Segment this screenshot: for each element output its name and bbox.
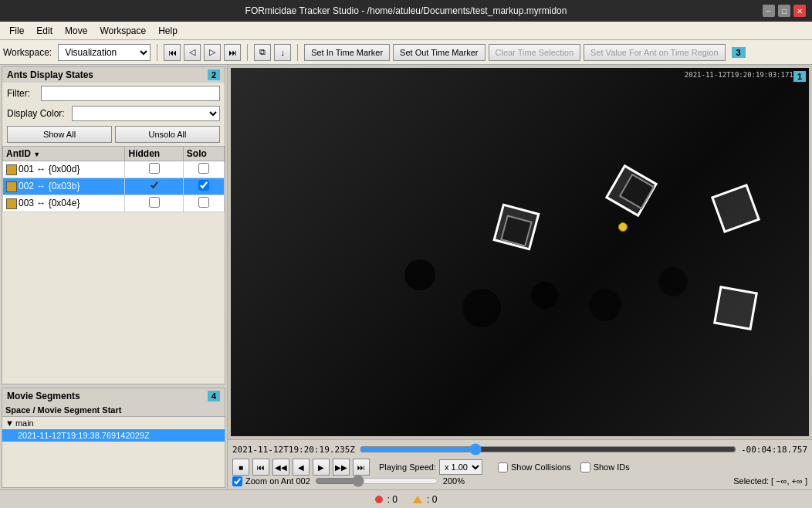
- rewind-button[interactable]: ◀◀: [272, 459, 289, 476]
- ant-hidden-checkbox[interactable]: [149, 197, 160, 208]
- toolbar: Workspace: Visualization Identification …: [0, 40, 812, 65]
- collapse-icon: ▼: [5, 418, 14, 428]
- ant-body-1: [404, 259, 435, 290]
- ant-id-cell: 001 ↔ {0x00d}: [3, 161, 125, 178]
- filter-row: Filter:: [2, 83, 225, 104]
- time-start-label: 2021-11-12T19:20:19.235Z: [232, 445, 355, 455]
- zoom-label-text: Zoom on Ant 002: [245, 476, 310, 486]
- ant-hidden-checkbox[interactable]: [149, 163, 160, 174]
- error-count: : 0: [387, 494, 398, 505]
- minimize-button[interactable]: −: [763, 5, 775, 17]
- error-circle-icon: [375, 496, 383, 503]
- copy-button[interactable]: ⧉: [254, 44, 271, 61]
- segment-main-label: main: [15, 418, 34, 428]
- show-collisions-label: Show Collisions: [498, 462, 571, 472]
- table-row[interactable]: 001 ↔ {0x00d}: [3, 161, 225, 178]
- movie-panel-header: Movie Segments 4: [2, 388, 225, 404]
- hidden-col-header[interactable]: Hidden: [125, 147, 183, 161]
- toolbar-separator-3: [297, 44, 298, 61]
- zoom-check-label: Zoom on Ant 002: [232, 476, 310, 486]
- panel3-badge: 3: [732, 47, 746, 58]
- ants-panel: Ants Display States 2 Filter: Display Co…: [2, 66, 225, 384]
- unsolo-all-button[interactable]: Unsolo All: [115, 126, 220, 143]
- segment-col-header: Space / Movie Segment Start: [2, 404, 225, 417]
- warning-count: : 0: [427, 494, 437, 505]
- ant-solo-cell: [183, 195, 224, 212]
- playback-row: ■ ⏮ ◀◀ ◀ ▶ ▶▶ ⏭ Playing Speed: x 0.25 x …: [232, 459, 807, 476]
- left-panel: Ants Display States 2 Filter: Display Co…: [0, 65, 228, 489]
- segment-tree: ▼ main 2021-11-12T19:19:38.769142029Z: [2, 417, 225, 442]
- ant-002-marker: [618, 222, 628, 232]
- menu-edit[interactable]: Edit: [30, 24, 59, 38]
- segment-main-row[interactable]: ▼ main: [2, 417, 225, 429]
- ant-hidden-cell: [125, 178, 183, 195]
- ant-solo-checkbox[interactable]: [198, 197, 209, 208]
- time-slider[interactable]: [360, 443, 736, 456]
- nav-prev-button[interactable]: ◁: [184, 44, 201, 61]
- segment-child-row[interactable]: 2021-11-12T19:19:38.769142029Z: [2, 429, 225, 442]
- nav-last-button[interactable]: ⏭: [224, 44, 241, 61]
- nav-first-button[interactable]: ⏮: [164, 44, 181, 61]
- solo-col-header[interactable]: Solo: [183, 147, 224, 161]
- show-collisions-checkbox[interactable]: [498, 462, 508, 472]
- table-row[interactable]: 002 ↔ {0x03b}: [3, 178, 225, 195]
- window-controls: − □ ✕: [763, 5, 806, 17]
- show-ids-checkbox[interactable]: [580, 462, 590, 472]
- menu-workspace[interactable]: Workspace: [93, 24, 152, 38]
- stop-button[interactable]: ■: [232, 459, 249, 476]
- ant-solo-cell: [183, 178, 224, 195]
- clear-time-button[interactable]: Clear Time Selection: [489, 44, 581, 61]
- aruco-tag-3: [711, 184, 760, 233]
- show-collisions-text: Show Collisions: [511, 462, 571, 472]
- maximize-button[interactable]: □: [778, 5, 790, 17]
- show-unsolo-row: Show All Unsolo All: [2, 124, 225, 146]
- zoom-slider[interactable]: [315, 476, 438, 486]
- sort-arrow-icon: ▼: [33, 151, 40, 158]
- ant-solo-checkbox[interactable]: [198, 163, 209, 174]
- movie-panel-badge: 4: [208, 391, 220, 401]
- menu-file[interactable]: File: [3, 24, 30, 38]
- show-all-button[interactable]: Show All: [7, 126, 112, 143]
- ant-solo-checkbox[interactable]: [198, 180, 209, 191]
- ant-hidden-cell: [125, 195, 183, 212]
- menu-bar: File Edit Move Workspace Help: [0, 22, 812, 40]
- fast-forward-button[interactable]: ▶▶: [333, 459, 350, 476]
- step-back-button[interactable]: ◀: [293, 459, 310, 476]
- ants-panel-title: Ants Display States: [7, 69, 93, 80]
- skip-forward-button[interactable]: ⏭: [353, 459, 370, 476]
- set-out-button[interactable]: Set Out Time Marker: [393, 44, 485, 61]
- right-panel: 2021-11-12T19:20:19:03:171302 1: [228, 65, 812, 489]
- ants-panel-header: Ants Display States 2: [2, 67, 225, 83]
- ant-body-4: [589, 289, 621, 321]
- antid-col-header[interactable]: AntID ▼: [3, 147, 125, 161]
- set-in-button[interactable]: Set In Time Marker: [304, 44, 390, 61]
- table-row[interactable]: 003 ↔ {0x04e}: [3, 195, 225, 212]
- play-button[interactable]: ▶: [313, 459, 330, 476]
- ant-id-cell: 002 ↔ {0x03b}: [3, 178, 125, 195]
- segment-child-label: 2021-11-12T19:19:38.769142029Z: [18, 431, 150, 440]
- aruco-tag-4: [713, 286, 758, 330]
- nav-next-button[interactable]: ▷: [204, 44, 221, 61]
- video-panel-badge: 1: [793, 71, 806, 82]
- menu-help[interactable]: Help: [152, 24, 184, 38]
- close-button[interactable]: ✕: [793, 5, 806, 17]
- display-color-select[interactable]: [72, 106, 220, 121]
- video-timestamp: 2021-11-12T19:20:19:03:171302: [685, 71, 806, 79]
- speed-select[interactable]: x 0.25 x 0.50 x 1.00 x 2.00 x 4.00: [439, 459, 482, 475]
- zoom-checkbox[interactable]: [232, 476, 242, 486]
- segment-col-label: Space / Movie Segment Start: [2, 404, 124, 416]
- title-bar: FORmicidae Tracker Studio - /home/atuleu…: [0, 0, 812, 22]
- ant-color-swatch: [6, 164, 17, 175]
- main-layout: Ants Display States 2 Filter: Display Co…: [0, 65, 812, 489]
- workspace-select[interactable]: Visualization Identification Statistics: [58, 44, 151, 61]
- set-value-button[interactable]: Set Value For Ant on Time Region: [584, 44, 726, 61]
- show-ids-text: Show IDs: [594, 462, 630, 472]
- ant-hidden-checkbox[interactable]: [149, 180, 160, 191]
- filter-input[interactable]: [41, 86, 220, 101]
- controls-bar: 2021-11-12T19:20:19.235Z -00:04:18.757 ■…: [228, 439, 812, 489]
- color-label: Display Color:: [7, 108, 69, 119]
- movie-panel-title: Movie Segments: [7, 391, 80, 401]
- skip-back-button[interactable]: ⏮: [252, 459, 269, 476]
- menu-move[interactable]: Move: [59, 24, 93, 38]
- down-button[interactable]: ↓: [274, 44, 291, 61]
